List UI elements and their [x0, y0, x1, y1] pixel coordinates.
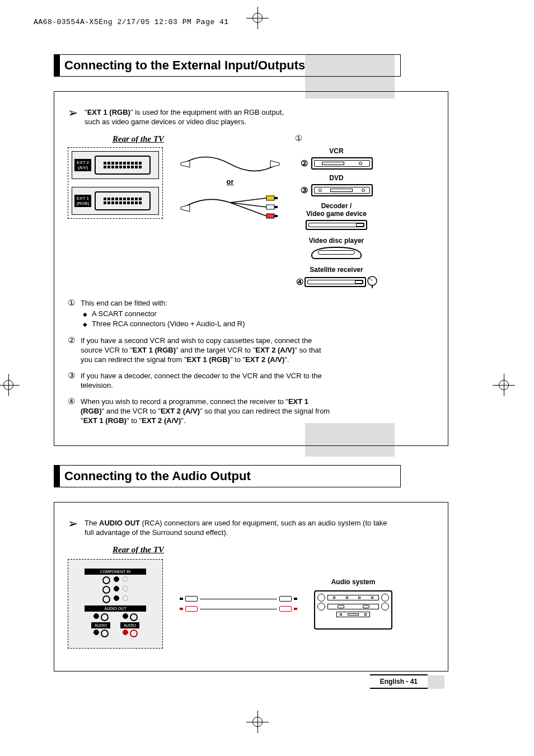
- item-text: If you have a decoder, connect the decod…: [81, 371, 331, 390]
- item-text: When you wish to record a programme, con…: [81, 397, 331, 425]
- crop-mark: [246, 711, 269, 733]
- note-text: "EXT 1 (RGB)" is used for the equipment …: [85, 107, 292, 126]
- vcr-label: VCR: [329, 147, 343, 155]
- svg-rect-5: [274, 215, 278, 217]
- scart-cable-icon: [180, 147, 280, 172]
- rca-cables-diagram: [180, 591, 297, 616]
- item-text: This end can be fitted with:: [81, 299, 167, 307]
- instruction-list: ① This end can be fitted with: A SCART c…: [68, 298, 331, 425]
- item-text: If you have a second VCR and wish to cop…: [81, 336, 331, 364]
- section-title: Connecting to the External Input/Outputs: [54, 54, 401, 77]
- scart-port-icon: [95, 156, 151, 175]
- svg-rect-3: [274, 206, 278, 208]
- svg-rect-0: [266, 196, 274, 200]
- rear-audio-panel-diagram: COMPONENT IN AUDIO OUT AUDIO AUDIO: [68, 559, 163, 649]
- item-number: ④: [68, 397, 75, 425]
- svg-rect-2: [266, 205, 274, 209]
- scart-ext1-label: EXT 1 (RGB): [74, 195, 91, 207]
- audio-system-icon: [314, 590, 392, 630]
- decoder-label: Decoder / Video game device: [306, 202, 367, 218]
- bullet-item: Three RCA connectors (Video + Audio-L an…: [83, 319, 245, 329]
- scart-to-rca-cable-icon: [180, 191, 280, 222]
- item-number: ③: [68, 371, 75, 390]
- scart-port-icon: [95, 191, 151, 210]
- satellite-receiver-icon: [305, 277, 366, 287]
- vdp-label: Video disc player: [309, 237, 364, 245]
- component-in-label: COMPONENT IN: [85, 569, 146, 575]
- section-title-text: Connecting to the Audio Output: [62, 466, 251, 487]
- crop-mark: [246, 7, 269, 29]
- or-label: or: [227, 177, 234, 186]
- callout-1: ①: [295, 133, 302, 143]
- decorative-grey-block: [428, 675, 444, 689]
- video-disc-player-icon: [311, 247, 362, 259]
- callout-3: ③: [301, 185, 308, 195]
- cable-diagram: or: [174, 147, 286, 222]
- rear-of-tv-label: Rear of the TV: [113, 134, 438, 144]
- page-number: English - 41: [370, 674, 428, 689]
- audio-system-label: Audio system: [314, 578, 392, 586]
- satellite-label: Satellite receiver: [310, 266, 363, 274]
- scart-ext2-label: EXT 2 (A/V): [74, 159, 91, 171]
- note-arrow-icon: ➢: [68, 519, 78, 528]
- svg-rect-4: [266, 214, 274, 218]
- content-box-audio: ➢ The AUDIO OUT (RCA) connectors are use…: [54, 502, 448, 672]
- crop-mark: [0, 374, 20, 396]
- satellite-dish-icon: [367, 276, 377, 288]
- note-arrow-icon: ➢: [68, 109, 78, 118]
- decoder-icon: [306, 220, 367, 230]
- bullet-item: A SCART connector: [83, 309, 245, 319]
- item-number: ①: [68, 298, 75, 329]
- item-number: ②: [68, 336, 75, 364]
- crop-mark: [493, 374, 515, 396]
- section-title-text: Connecting to the External Input/Outputs: [62, 55, 305, 76]
- device-column: VCR ② DVD ③ Decoder / Video game device …: [297, 147, 376, 288]
- callout-4: ④: [296, 277, 303, 287]
- section-title: Connecting to the Audio Output: [54, 465, 401, 487]
- vcr-icon: [311, 157, 373, 170]
- svg-rect-1: [274, 197, 278, 199]
- content-box-external: ➢ "EXT 1 (RGB)" is used for the equipmen…: [54, 91, 448, 446]
- dvd-label: DVD: [329, 174, 343, 182]
- note-text: The AUDIO OUT (RCA) connectors are used …: [85, 518, 398, 537]
- rear-of-tv-label: Rear of the TV: [113, 545, 438, 555]
- rear-panel-diagram: EXT 2 (A/V) EXT 1 (RGB): [68, 147, 163, 219]
- dvd-icon: [311, 184, 373, 196]
- audio-out-label: AUDIO OUT: [85, 605, 146, 612]
- callout-2: ②: [301, 158, 308, 168]
